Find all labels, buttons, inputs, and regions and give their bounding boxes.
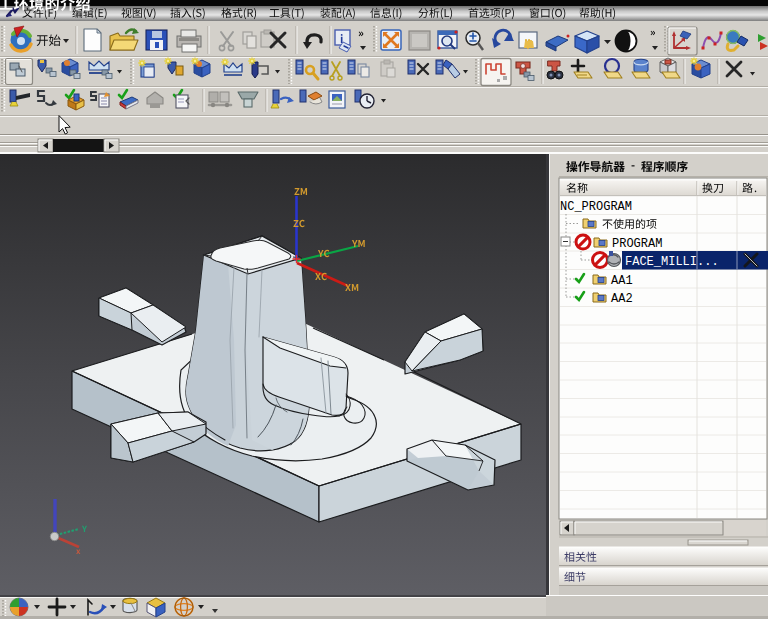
svg-text:FACE_MILLI...: FACE_MILLI... bbox=[625, 255, 719, 269]
svg-text:NC_PROGRAM: NC_PROGRAM bbox=[560, 200, 632, 214]
svg-text:PROGRAM: PROGRAM bbox=[612, 237, 662, 251]
svg-text:AA2: AA2 bbox=[611, 292, 633, 306]
svg-text:AA1: AA1 bbox=[611, 274, 633, 288]
